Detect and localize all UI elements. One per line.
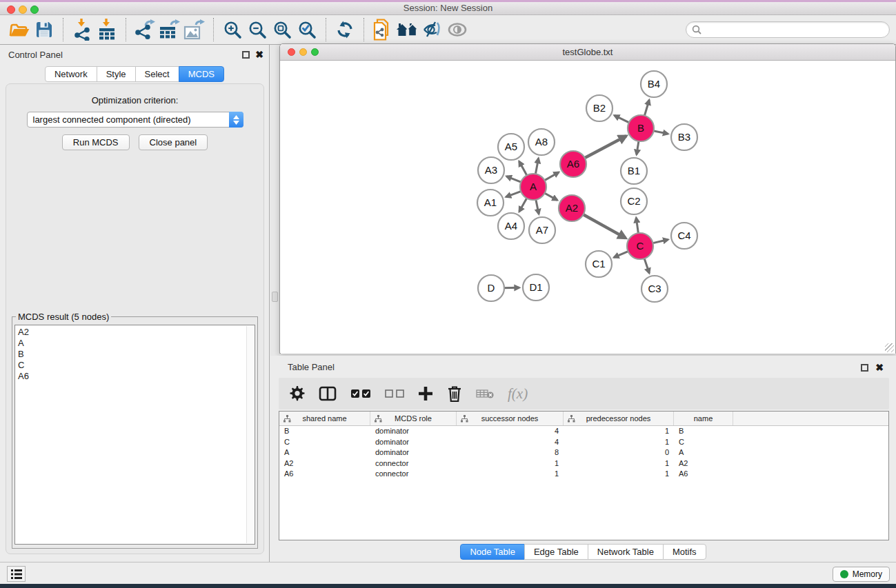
save-session-icon[interactable] [32,17,57,42]
split-columns-icon[interactable] [319,383,337,405]
memory-button[interactable]: Memory [833,567,890,582]
task-history-button[interactable] [7,566,26,582]
delete-table-icon[interactable] [476,383,494,405]
table-panel-title: Table Panel [288,362,335,372]
column-header-name[interactable]: name [674,412,733,425]
deselect-all-checkboxes-icon[interactable] [385,383,404,405]
zoom-in-icon[interactable] [220,17,245,42]
graph-edge-A2-C[interactable] [582,214,626,238]
table-cell: dominator [370,447,457,458]
network-canvas[interactable]: B4B2BB3A5A8A6A3B1AC2A1A2A4A7C4CC1DD1C3 [281,61,895,354]
criterion-select[interactable]: largest connected component (directed) [27,112,243,128]
tab-style[interactable]: Style [97,66,136,82]
graph-edge-A-A6[interactable] [544,172,559,181]
graph-edge-A-A7[interactable] [535,199,539,214]
graph-edge-B-B2[interactable] [615,115,630,123]
show-details-eye-icon[interactable] [445,17,470,42]
graph-edge-C-C2[interactable] [636,218,638,234]
graph-node-label-C4: C4 [677,230,690,241]
graph-edge-A6-B[interactable] [584,136,626,159]
open-folder-icon[interactable] [7,17,32,42]
mcds-result-list[interactable]: A2ABCA6 [14,325,255,545]
tab-network-table[interactable]: Network Table [588,544,664,560]
tab-node-table[interactable]: Node Table [460,544,525,560]
network-graph[interactable]: B4B2BB3A5A8A6A3B1AC2A1A2A4A7C4CC1DD1C3 [281,61,895,354]
graph-edge-C-C4[interactable] [652,239,668,243]
graph-node-label-C: C [637,240,644,252]
graph-edge-A-A2[interactable] [544,192,557,200]
graph-node-label-A2: A2 [566,202,578,214]
tab-mcds[interactable]: MCDS [179,66,224,82]
function-builder-icon[interactable]: f(x) [508,383,528,405]
import-table-icon[interactable] [94,17,119,42]
mcds-result-item[interactable]: C [18,360,255,371]
graph-edge-A-A4[interactable] [519,197,528,212]
export-network-icon[interactable] [132,17,157,42]
table-row[interactable]: A2connector11A2 [279,458,888,469]
mcds-result-item[interactable]: A [18,338,255,349]
import-network-icon[interactable] [70,17,94,42]
tab-network[interactable]: Network [45,66,97,82]
table-row[interactable]: Adominator80A [279,447,888,458]
graph-node-label-B4: B4 [648,78,660,90]
tab-select[interactable]: Select [135,66,179,82]
column-header-successor-nodes[interactable]: successor nodes [457,412,564,425]
home-icon[interactable] [395,17,420,42]
column-header-predecessor-nodes[interactable]: predecessor nodes [564,412,674,425]
table-cell: 8 [457,447,564,458]
float-table-panel-icon[interactable] [861,364,868,372]
search-input[interactable] [705,23,889,37]
table-header: shared nameMCDS rolesuccessor nodesprede… [279,412,888,426]
export-image-icon[interactable] [182,17,207,42]
mcds-result-item[interactable]: A6 [18,371,255,382]
column-header-mcds-role[interactable]: MCDS role [370,412,457,425]
table-row[interactable]: Cdominator41C [279,437,888,448]
graph-edge-B-B1[interactable] [637,140,639,155]
graph-edge-A-A5[interactable] [519,161,528,176]
network-window-titlebar[interactable]: testGlobe.txt [280,44,895,61]
zoom-fit-icon[interactable] [270,17,295,42]
table-cell: dominator [370,426,457,437]
mcds-result-item[interactable]: A2 [18,327,255,338]
table-cell: 0 [564,447,674,458]
export-table-icon[interactable] [157,17,182,42]
column-header-shared-name[interactable]: shared name [279,412,370,425]
table-cell: 4 [457,426,564,437]
graph-edge-A-A8[interactable] [535,159,539,176]
table-cell: A [674,447,733,458]
tab-edge-table[interactable]: Edge Table [524,544,588,560]
memory-indicator-dot [840,570,848,578]
settings-gear-icon[interactable] [288,383,305,405]
add-column-icon[interactable] [418,383,433,405]
delete-column-trash-icon[interactable] [447,383,462,405]
close-table-panel-icon[interactable]: ✖ [875,362,884,373]
graph-edge-B-B3[interactable] [653,130,668,134]
graph-edge-C-C3[interactable] [644,257,649,273]
graph-edge-A-A3[interactable] [506,176,522,183]
table-panel: Table Panel ✖ f(x) shared nameMCDS roles… [270,356,896,562]
graph-edge-A-A1[interactable] [506,191,523,197]
mcds-result-box: MCDS result (5 nodes) A2ABCA6 [12,316,258,549]
mcds-panel: Optimization criterion: largest connecte… [6,83,264,554]
select-all-checkboxes-icon[interactable] [350,383,371,405]
refresh-layout-icon[interactable] [332,17,357,42]
zoom-out-icon[interactable] [245,17,270,42]
float-panel-icon[interactable] [242,51,250,59]
close-panel-icon[interactable]: ✖ [255,49,263,60]
resize-grip-icon[interactable] [885,343,894,352]
splitter-grip[interactable] [272,292,278,302]
table-row[interactable]: Bdominator41B [279,426,888,437]
hide-details-eye-icon[interactable] [420,17,445,42]
tab-motifs[interactable]: Motifs [663,544,706,560]
close-panel-button[interactable]: Close panel [139,134,208,150]
run-mcds-button[interactable]: Run MCDS [62,134,130,150]
graph-node-label-A1: A1 [484,196,497,208]
mcds-result-item[interactable]: B [18,349,255,360]
graph-edge-B-B4[interactable] [644,100,649,117]
zoom-selected-icon[interactable] [295,17,319,42]
graph-edge-C-C1[interactable] [614,251,629,258]
scrollbar-track[interactable] [246,326,254,543]
table-row[interactable]: A6connector11A6 [279,469,888,480]
copy-network-icon[interactable] [370,17,395,42]
search-field[interactable] [686,21,890,38]
